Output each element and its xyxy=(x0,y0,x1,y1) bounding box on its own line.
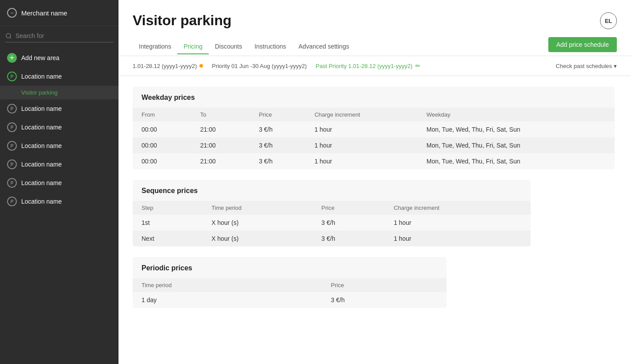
col-weekday: Weekday xyxy=(418,108,615,121)
tabs-bar: Integrations Pricing Discounts Instructi… xyxy=(119,29,631,56)
seq-time-2: X hour (s) xyxy=(203,231,313,246)
seq-col-price: Price xyxy=(313,201,385,215)
seq-col-charge: Charge increment xyxy=(385,201,531,215)
check-past-schedules[interactable]: Check past schedules ▾ xyxy=(556,63,617,69)
sidebar-header: − Merchant name xyxy=(0,0,119,26)
sidebar-location-name-2: Location name xyxy=(21,105,62,112)
cell-weekday-2: Mon, Tue, Wed, Thu, Fri, Sat, Sun xyxy=(418,137,615,153)
page-title: Visitor parking xyxy=(133,12,231,29)
merchant-icon: − xyxy=(7,8,17,18)
col-from: From xyxy=(133,108,191,121)
sidebar-item-location-5[interactable]: P Location name xyxy=(0,155,119,174)
sidebar-item-location-1[interactable]: P Location name xyxy=(0,67,119,86)
seq-price-1: 3 €/h xyxy=(313,215,385,231)
table-row: 00:00 21:00 3 €/h 1 hour Mon, Tue, Wed, … xyxy=(133,153,615,169)
seq-col-time: Time period xyxy=(203,201,313,215)
cell-from-2: 00:00 xyxy=(133,137,191,153)
sidebar-item-location-4[interactable]: P Location name xyxy=(0,136,119,155)
location-icon-gray-4: P xyxy=(7,141,17,151)
sequence-prices-title: Sequence prices xyxy=(133,180,531,201)
avatar-button[interactable]: EL xyxy=(600,12,617,29)
cell-weekday-1: Mon, Tue, Wed, Thu, Fri, Sat, Sun xyxy=(418,121,615,137)
weekday-prices-title: Weekday prices xyxy=(133,87,615,108)
search-bar xyxy=(5,32,113,42)
sidebar: − Merchant name + Add new area P Locatio… xyxy=(0,0,119,364)
periodic-prices-title: Periodic prices xyxy=(133,257,447,278)
location-icon-gray-3: P xyxy=(7,122,17,132)
col-to: To xyxy=(191,108,250,121)
weekday-prices-section: Weekday prices From To Price Charge incr… xyxy=(133,87,615,169)
sidebar-location-name-5: Location name xyxy=(21,161,62,168)
cell-from-3: 00:00 xyxy=(133,153,191,169)
weekday-prices-table: From To Price Charge increment Weekday 0… xyxy=(133,108,615,169)
per-col-price: Price xyxy=(322,278,447,292)
sidebar-location-name-3: Location name xyxy=(21,124,62,131)
tab-discounts[interactable]: Discounts xyxy=(209,39,248,54)
add-area-icon: + xyxy=(7,53,17,63)
sidebar-item-location-3[interactable]: P Location name xyxy=(0,118,119,136)
sidebar-item-location-6[interactable]: P Location name xyxy=(0,174,119,192)
location-icon-gray-7: P xyxy=(7,197,17,206)
per-price-1: 3 €/h xyxy=(322,292,447,308)
cell-price-3: 3 €/h xyxy=(250,153,306,169)
per-col-time: Time period xyxy=(133,278,322,292)
sequence-prices-section: Sequence prices Step Time period Price C… xyxy=(133,180,531,246)
col-charge-increment: Charge increment xyxy=(306,108,417,121)
location-icon-green: P xyxy=(7,72,17,81)
edit-schedule-icon[interactable]: ✏ xyxy=(415,62,421,69)
cell-price-2: 3 €/h xyxy=(250,137,306,153)
seq-col-step: Step xyxy=(133,201,203,215)
merchant-name: Merchant name xyxy=(21,9,67,17)
chevron-down-icon: ▾ xyxy=(614,63,617,69)
location-icon-gray-2: P xyxy=(7,104,17,114)
cell-from-1: 00:00 xyxy=(133,121,191,137)
tab-instructions[interactable]: Instructions xyxy=(248,39,292,54)
per-time-1: 1 day xyxy=(133,292,322,308)
seq-step-1: 1st xyxy=(133,215,203,231)
add-price-schedule-button[interactable]: Add price schedule xyxy=(548,37,617,52)
tab-advanced-settings[interactable]: Advanced settings xyxy=(292,39,355,54)
col-price: Price xyxy=(250,108,306,121)
cell-price-1: 3 €/h xyxy=(250,121,306,137)
sidebar-item-location-7[interactable]: P Location name xyxy=(0,192,119,211)
location-icon-gray-5: P xyxy=(7,159,17,169)
schedule-item-2-label: Priority 01 Jun -30 Aug (yyyy1-yyyy2) xyxy=(212,63,307,69)
cell-weekday-3: Mon, Tue, Wed, Thu, Fri, Sat, Sun xyxy=(418,153,615,169)
schedule-bar: 1.01-28.12 (yyyy1-yyyy2) Priority 01 Jun… xyxy=(119,56,631,76)
schedule-dot xyxy=(199,64,203,68)
schedule-item-1-label: 1.01-28.12 (yyyy1-yyyy2) xyxy=(133,63,197,69)
seq-charge-2: 1 hour xyxy=(385,231,531,246)
main-header: Visitor parking EL xyxy=(119,0,631,29)
search-input[interactable] xyxy=(15,32,113,39)
add-area-label: Add new area xyxy=(21,54,59,61)
seq-time-1: X hour (s) xyxy=(203,215,313,231)
seq-step-2: Next xyxy=(133,231,203,246)
table-row: Next X hour (s) 3 €/h 1 hour xyxy=(133,231,531,246)
sidebar-sublocation-visitor-parking[interactable]: Visitor parking xyxy=(0,86,119,99)
periodic-prices-section: Periodic prices Time period Price 1 day … xyxy=(133,257,447,308)
tab-pricing[interactable]: Pricing xyxy=(177,39,209,54)
cell-to-3: 21:00 xyxy=(191,153,250,169)
schedule-item-2[interactable]: Priority 01 Jun -30 Aug (yyyy1-yyyy2) xyxy=(212,63,307,69)
periodic-prices-table: Time period Price 1 day 3 €/h xyxy=(133,278,447,308)
sidebar-location-name-4: Location name xyxy=(21,142,62,149)
cell-to-2: 21:00 xyxy=(191,137,250,153)
sidebar-location-name-1: Location name xyxy=(21,73,62,80)
sequence-prices-table: Step Time period Price Charge increment … xyxy=(133,201,531,246)
table-row: 00:00 21:00 3 €/h 1 hour Mon, Tue, Wed, … xyxy=(133,121,615,137)
schedule-item-3[interactable]: Past Priority 1.01-28.12 (yyyy1-yyyy2) ✏ xyxy=(316,62,421,69)
schedule-item-3-label: Past Priority 1.01-28.12 (yyyy1-yyyy2) xyxy=(316,63,413,69)
add-area-button[interactable]: + Add new area xyxy=(0,49,119,67)
table-row: 00:00 21:00 3 €/h 1 hour Mon, Tue, Wed, … xyxy=(133,137,615,153)
main-content: Visitor parking EL Integrations Pricing … xyxy=(119,0,631,364)
search-icon xyxy=(5,33,12,39)
pricing-content: Weekday prices From To Price Charge incr… xyxy=(119,76,631,318)
table-row: 1st X hour (s) 3 €/h 1 hour xyxy=(133,215,531,231)
seq-price-2: 3 €/h xyxy=(313,231,385,246)
sidebar-item-location-2[interactable]: P Location name xyxy=(0,99,119,118)
schedule-item-1[interactable]: 1.01-28.12 (yyyy1-yyyy2) xyxy=(133,63,203,69)
cell-to-1: 21:00 xyxy=(191,121,250,137)
tab-integrations[interactable]: Integrations xyxy=(133,39,177,54)
table-row: 1 day 3 €/h xyxy=(133,292,447,308)
cell-charge-1: 1 hour xyxy=(306,121,417,137)
